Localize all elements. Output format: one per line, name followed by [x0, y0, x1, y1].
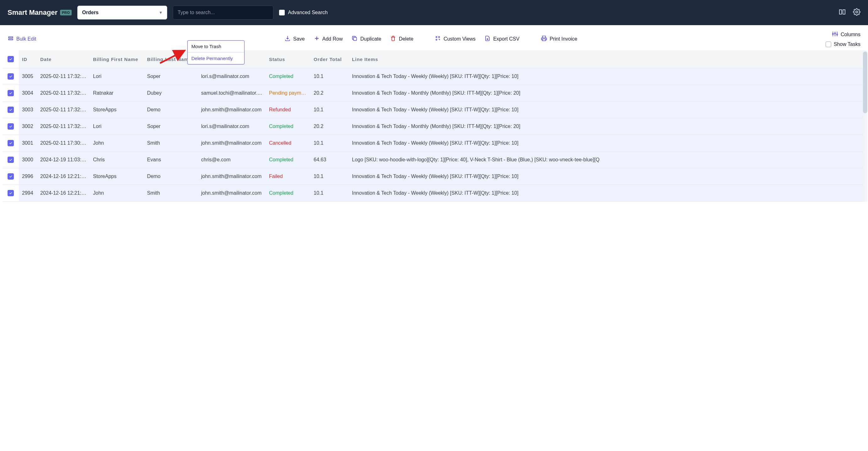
cell-date[interactable]: 2024-12-19 11:03:26: [37, 151, 90, 168]
cell-last[interactable]: Evans: [144, 151, 198, 168]
duplicate-button[interactable]: Duplicate: [351, 35, 381, 43]
bulk-edit-button[interactable]: Bulk Edit: [7, 35, 36, 43]
cell-first[interactable]: Ratnakar: [90, 85, 144, 102]
cell-date[interactable]: 2025-02-11 17:32:46: [37, 68, 90, 85]
cell-email[interactable]: john.smith@mailinator.com: [198, 102, 266, 118]
row-checkbox[interactable]: [2, 68, 19, 85]
cell-status[interactable]: Failed: [266, 168, 310, 185]
cell-total[interactable]: 64.63: [310, 151, 349, 168]
row-checkbox[interactable]: [2, 151, 19, 168]
cell-status[interactable]: Completed: [266, 151, 310, 168]
cell-email[interactable]: john.smith@mailinator.com: [198, 135, 266, 151]
cell-last[interactable]: Smith: [144, 185, 198, 202]
cell-status[interactable]: Cancelled: [266, 135, 310, 151]
advanced-search-checkbox[interactable]: [279, 10, 285, 16]
cell-email[interactable]: chris@e.com: [198, 151, 266, 168]
cell-items[interactable]: Innovation & Tech Today - Monthly (Month…: [349, 85, 866, 102]
show-tasks-toggle[interactable]: Show Tasks: [826, 41, 861, 47]
cell-first[interactable]: Chris: [90, 151, 144, 168]
show-tasks-checkbox[interactable]: [826, 41, 831, 47]
cell-id[interactable]: 3000: [19, 151, 37, 168]
cell-first[interactable]: Lori: [90, 118, 144, 135]
cell-date[interactable]: 2025-02-11 17:32:08: [37, 118, 90, 135]
cell-last[interactable]: Demo: [144, 102, 198, 118]
cell-id[interactable]: 2996: [19, 168, 37, 185]
export-csv-button[interactable]: Export CSV: [484, 35, 520, 43]
cell-items[interactable]: Innovation & Tech Today - Monthly (Month…: [349, 118, 866, 135]
col-total[interactable]: Order Total: [310, 50, 349, 68]
row-checkbox[interactable]: [2, 168, 19, 185]
table-row[interactable]: 30022025-02-11 17:32:08LoriSoperlori.s@m…: [2, 118, 866, 135]
cell-email[interactable]: samuel.tochi@mailinator.com: [198, 85, 266, 102]
gear-icon[interactable]: [853, 8, 861, 17]
cell-items[interactable]: Logo [SKU: woo-hoodie-with-logo][Qty: 1]…: [349, 151, 866, 168]
cell-status[interactable]: Completed: [266, 118, 310, 135]
cell-items[interactable]: Innovation & Tech Today - Weekly (Weekly…: [349, 185, 866, 202]
delete-button[interactable]: Delete: [390, 35, 413, 43]
cell-total[interactable]: 10.1: [310, 102, 349, 118]
cell-total[interactable]: 10.1: [310, 135, 349, 151]
delete-menu-trash[interactable]: Move to Trash: [188, 40, 244, 52]
cell-status[interactable]: Pending payment: [266, 85, 310, 102]
cell-email[interactable]: lori.s@mailinator.com: [198, 68, 266, 85]
cell-date[interactable]: 2025-02-11 17:32:28: [37, 85, 90, 102]
table-row[interactable]: 30002024-12-19 11:03:26ChrisEvanschris@e…: [2, 151, 866, 168]
table-row[interactable]: 30032025-02-11 17:32:10StoreAppsDemojohn…: [2, 102, 866, 118]
cell-first[interactable]: StoreApps: [90, 168, 144, 185]
cell-total[interactable]: 20.2: [310, 118, 349, 135]
cell-total[interactable]: 10.1: [310, 185, 349, 202]
cell-status[interactable]: Refunded: [266, 102, 310, 118]
cell-items[interactable]: Innovation & Tech Today - Weekly (Weekly…: [349, 68, 866, 85]
col-first[interactable]: Billing First Name: [90, 50, 144, 68]
cell-items[interactable]: Innovation & Tech Today - Weekly (Weekly…: [349, 168, 866, 185]
cell-last[interactable]: Soper: [144, 118, 198, 135]
custom-views-button[interactable]: Custom Views: [435, 35, 475, 43]
print-invoice-button[interactable]: Print Invoice: [541, 35, 577, 43]
cell-last[interactable]: Demo: [144, 168, 198, 185]
cell-items[interactable]: Innovation & Tech Today - Weekly (Weekly…: [349, 135, 866, 151]
cell-id[interactable]: 3005: [19, 68, 37, 85]
cell-last[interactable]: Dubey: [144, 85, 198, 102]
cell-date[interactable]: 2025-02-11 17:32:10: [37, 102, 90, 118]
header-checkbox[interactable]: [2, 50, 19, 68]
columns-button[interactable]: Columns: [832, 31, 861, 38]
cell-id[interactable]: 3004: [19, 85, 37, 102]
col-date[interactable]: Date: [37, 50, 90, 68]
vertical-scrollbar[interactable]: [863, 50, 867, 202]
table-row[interactable]: 29942024-12-16 12:21:47JohnSmithjohn.smi…: [2, 185, 866, 202]
row-checkbox[interactable]: [2, 102, 19, 118]
cell-id[interactable]: 3003: [19, 102, 37, 118]
cell-id[interactable]: 2994: [19, 185, 37, 202]
cell-first[interactable]: John: [90, 185, 144, 202]
cell-total[interactable]: 10.1: [310, 168, 349, 185]
cell-id[interactable]: 3002: [19, 118, 37, 135]
cell-last[interactable]: Smith: [144, 135, 198, 151]
save-button[interactable]: Save: [284, 35, 305, 43]
col-status[interactable]: Status: [266, 50, 310, 68]
docs-icon[interactable]: [838, 8, 846, 17]
cell-first[interactable]: Lori: [90, 68, 144, 85]
add-row-button[interactable]: Add Row: [314, 35, 343, 43]
cell-items[interactable]: Innovation & Tech Today - Weekly (Weekly…: [349, 102, 866, 118]
row-checkbox[interactable]: [2, 135, 19, 151]
cell-status[interactable]: Completed: [266, 68, 310, 85]
col-id[interactable]: ID: [19, 50, 37, 68]
cell-total[interactable]: 20.2: [310, 85, 349, 102]
table-row[interactable]: 30052025-02-11 17:32:46LoriSoperlori.s@m…: [2, 68, 866, 85]
cell-first[interactable]: John: [90, 135, 144, 151]
cell-status[interactable]: Completed: [266, 185, 310, 202]
cell-email[interactable]: john.smith@mailinator.com: [198, 185, 266, 202]
cell-email[interactable]: lori.s@mailinator.com: [198, 118, 266, 135]
post-type-select[interactable]: Orders ▼: [77, 6, 167, 20]
row-checkbox[interactable]: [2, 85, 19, 102]
cell-date[interactable]: 2024-12-16 12:21:47: [37, 185, 90, 202]
cell-total[interactable]: 10.1: [310, 68, 349, 85]
table-row[interactable]: 30042025-02-11 17:32:28RatnakarDubeysamu…: [2, 85, 866, 102]
advanced-search[interactable]: Advanced Search: [279, 9, 328, 16]
table-row[interactable]: 30012025-02-11 17:30:28JohnSmithjohn.smi…: [2, 135, 866, 151]
cell-id[interactable]: 3001: [19, 135, 37, 151]
cell-first[interactable]: StoreApps: [90, 102, 144, 118]
cell-email[interactable]: john.smith@mailinator.com: [198, 168, 266, 185]
delete-menu-permanent[interactable]: Delete Permanently: [188, 52, 244, 64]
row-checkbox[interactable]: [2, 118, 19, 135]
